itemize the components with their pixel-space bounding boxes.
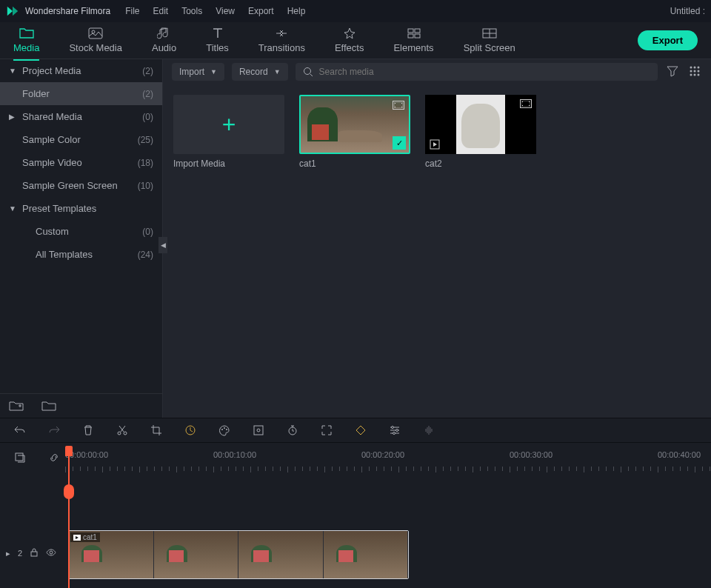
tree-sample-color[interactable]: Sample Color (25)	[0, 128, 162, 151]
tree-shared-media[interactable]: ▶ Shared Media (0)	[0, 105, 162, 128]
timeline: 00:00:00:00 00:00:10:00 00:00:20:00 00:0…	[0, 443, 711, 588]
media-panel: ◀ Import ▼ Record ▼ + Import Media	[163, 59, 711, 418]
adjust-icon[interactable]	[388, 424, 401, 437]
svg-point-35	[257, 429, 260, 432]
clip-frame	[154, 531, 239, 578]
svg-point-15	[694, 73, 696, 76]
link-icon[interactable]	[47, 451, 61, 464]
filter-icon[interactable]	[665, 65, 680, 79]
export-button[interactable]: Export	[638, 30, 698, 50]
effects-icon	[342, 27, 357, 39]
svg-rect-41	[31, 552, 37, 556]
svg-point-13	[698, 70, 700, 72]
track-area[interactable]: ▸ 2 cat1	[0, 472, 711, 588]
playhead-knob-icon[interactable]	[64, 484, 74, 499]
menu-help[interactable]: Help	[287, 6, 306, 16]
transitions-icon	[274, 27, 289, 39]
svg-point-33	[226, 429, 227, 430]
svg-point-14	[690, 73, 692, 76]
svg-rect-23	[522, 101, 523, 102]
record-dropdown[interactable]: Record ▼	[232, 63, 288, 81]
fit-icon[interactable]	[320, 424, 333, 437]
tab-titles[interactable]: Titles	[206, 27, 229, 53]
delete-icon[interactable]	[81, 424, 95, 437]
redo-icon[interactable]	[47, 424, 61, 437]
tree-project-media[interactable]: ▼ Project Media (2)	[0, 59, 162, 82]
edit-toolbar	[0, 418, 711, 443]
svg-rect-21	[401, 107, 402, 107]
timeline-layers-icon[interactable]	[13, 451, 27, 464]
svg-rect-20	[401, 103, 402, 104]
svg-point-28	[118, 432, 121, 435]
split-icon	[482, 27, 497, 39]
tab-stock-media[interactable]: Stock Media	[69, 27, 122, 53]
svg-point-11	[690, 70, 692, 72]
video-type-icon	[393, 101, 404, 110]
color-icon[interactable]	[218, 424, 231, 437]
stock-icon	[88, 27, 103, 39]
media-card-cat2[interactable]: cat2	[425, 95, 536, 169]
tree-custom[interactable]: Custom (0)	[0, 220, 162, 243]
tree-sample-video[interactable]: Sample Video (18)	[0, 151, 162, 174]
tree-all-templates[interactable]: All Templates (24)	[0, 243, 162, 266]
menu-export[interactable]: Export	[248, 6, 274, 16]
search-input[interactable]	[319, 67, 650, 77]
tab-audio[interactable]: Audio	[152, 27, 176, 53]
svg-rect-5	[415, 34, 420, 38]
svg-rect-34	[254, 426, 263, 435]
timeline-ruler[interactable]: 00:00:00:00 00:00:10:00 00:00:20:00 00:0…	[65, 450, 711, 472]
main-toolbar: Media Stock Media Audio Titles Transitio…	[0, 22, 711, 59]
media-tree: ▼ Project Media (2) Folder (2) ▶ Shared …	[0, 59, 162, 393]
tree-folder[interactable]: Folder (2)	[0, 82, 162, 105]
eye-icon[interactable]	[46, 549, 56, 558]
title-bar: Wondershare Filmora File Edit Tools View…	[0, 0, 711, 22]
track-video-icon[interactable]: ▸	[6, 549, 10, 558]
svg-rect-3	[415, 29, 420, 33]
audio-wave-icon[interactable]	[422, 424, 435, 437]
chevron-down-icon[interactable]: ▼	[9, 204, 19, 213]
titles-icon	[210, 27, 225, 39]
svg-rect-24	[522, 105, 523, 106]
svg-rect-40	[16, 453, 23, 461]
lock-icon[interactable]	[30, 548, 39, 558]
green-screen-icon[interactable]	[252, 424, 265, 437]
playhead[interactable]	[68, 447, 70, 588]
svg-point-31	[221, 429, 223, 430]
media-card-import[interactable]: + Import Media	[173, 95, 284, 169]
tab-transitions[interactable]: Transitions	[258, 27, 305, 53]
cut-icon[interactable]	[116, 424, 129, 437]
svg-point-39	[393, 432, 395, 435]
crop-icon[interactable]	[150, 424, 163, 437]
tab-media[interactable]: Media	[13, 27, 39, 53]
folder-icon[interactable]	[41, 400, 56, 412]
search-media[interactable]	[296, 63, 658, 81]
import-dropdown[interactable]: Import ▼	[172, 63, 224, 81]
tree-preset-templates[interactable]: ▼ Preset Templates	[0, 197, 162, 220]
media-card-cat1[interactable]: ✓ cat1	[299, 95, 410, 169]
chevron-right-icon[interactable]: ▶	[9, 113, 19, 121]
undo-icon[interactable]	[13, 424, 27, 437]
media-grid: + Import Media ✓ cat1 cat2	[163, 84, 711, 179]
menu-edit[interactable]: Edit	[153, 6, 169, 16]
speed-icon[interactable]	[184, 424, 197, 437]
collapse-sidebar-handle[interactable]: ◀	[158, 237, 167, 253]
menu-view[interactable]: View	[216, 6, 235, 16]
tree-sample-green[interactable]: Sample Green Screen (10)	[0, 174, 162, 197]
project-sidebar: ▼ Project Media (2) Folder (2) ▶ Shared …	[0, 59, 163, 418]
tab-effects[interactable]: Effects	[335, 27, 364, 53]
sidebar-footer	[0, 393, 162, 418]
tab-split-screen[interactable]: Split Screen	[464, 27, 515, 53]
app-logo-icon	[6, 4, 19, 18]
timeline-clip-cat1[interactable]: cat1	[68, 530, 409, 579]
duration-icon[interactable]	[286, 424, 299, 437]
grid-view-icon[interactable]	[687, 65, 702, 79]
svg-point-1	[92, 30, 95, 33]
tab-elements[interactable]: Elements	[393, 27, 433, 53]
keyframe-icon[interactable]	[354, 424, 367, 437]
new-folder-icon[interactable]	[9, 400, 24, 412]
chevron-down-icon[interactable]: ▼	[9, 67, 19, 75]
svg-point-42	[50, 551, 53, 554]
folder-icon	[19, 27, 34, 39]
menu-file[interactable]: File	[125, 6, 139, 16]
menu-tools[interactable]: Tools	[181, 6, 202, 16]
